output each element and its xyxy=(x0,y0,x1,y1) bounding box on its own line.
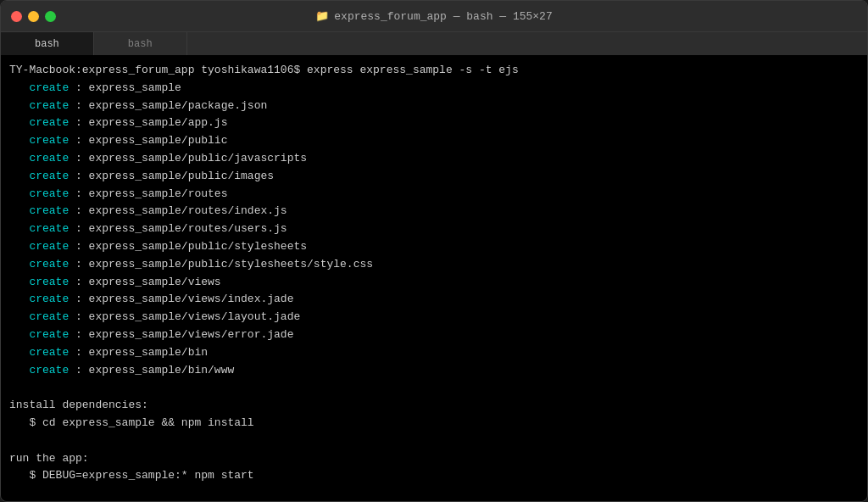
path-4: : express_sample/public/javascripts xyxy=(69,150,307,168)
traffic-lights xyxy=(1,11,56,22)
create-line-5: create : express_sample/public/images xyxy=(9,168,859,186)
title-text: express_forum_app — bash — 155×27 xyxy=(334,10,552,23)
create-line-9: create : express_sample/public/styleshee… xyxy=(9,238,859,256)
create-line-11: create : express_sample/views xyxy=(9,274,859,292)
path-15: : express_sample/bin xyxy=(69,344,208,362)
path-3: : express_sample/public xyxy=(69,132,227,150)
create-label-15: create xyxy=(9,344,69,362)
create-label-10: create xyxy=(9,256,69,274)
create-line-2: create : express_sample/app.js xyxy=(9,114,859,132)
create-line-10: create : express_sample/public/styleshee… xyxy=(9,256,859,274)
close-button[interactable] xyxy=(11,11,22,22)
create-line-7: create : express_sample/routes/index.js xyxy=(9,203,859,220)
create-line-12: create : express_sample/views/index.jade xyxy=(9,291,859,309)
path-13: : express_sample/views/layout.jade xyxy=(69,309,300,326)
create-label-14: create xyxy=(9,326,69,344)
initial-command-line: TY-Macbook:express_forum_app tyoshikawa1… xyxy=(9,62,859,80)
create-label-2: create xyxy=(9,114,69,132)
install-cmd: $ cd express_sample && npm install xyxy=(9,415,254,432)
create-line-6: create : express_sample/routes xyxy=(9,186,859,204)
initial-prompt: TY-Macbook:express_forum_app tyoshikawa1… xyxy=(9,62,519,80)
empty-line-1 xyxy=(9,379,859,397)
create-label-0: create xyxy=(9,80,69,98)
empty-line-3 xyxy=(9,485,859,501)
tab-bash-2[interactable]: bash xyxy=(94,32,187,55)
create-line-0: create : express_sample xyxy=(9,80,859,98)
create-line-14: create : express_sample/views/error.jade xyxy=(9,326,859,344)
path-2: : express_sample/app.js xyxy=(69,114,227,132)
maximize-button[interactable] xyxy=(45,11,56,22)
terminal-body[interactable]: TY-Macbook:express_forum_app tyoshikawa1… xyxy=(1,55,867,501)
create-label-9: create xyxy=(9,238,69,256)
folder-icon: 📁 xyxy=(315,9,329,23)
terminal-window: 📁 express_forum_app — bash — 155×27 bash… xyxy=(0,0,868,502)
install-deps-label: install dependencies: xyxy=(9,397,859,415)
create-line-1: create : express_sample/package.json xyxy=(9,98,859,115)
create-line-3: create : express_sample/public xyxy=(9,132,859,150)
create-label-3: create xyxy=(9,132,69,150)
run-text: run the app: xyxy=(9,450,89,468)
create-label-12: create xyxy=(9,291,69,309)
path-16: : express_sample/bin/www xyxy=(69,362,234,380)
path-0: : express_sample xyxy=(69,80,181,98)
path-12: : express_sample/views/index.jade xyxy=(69,291,293,309)
create-line-15: create : express_sample/bin xyxy=(9,344,859,362)
title-bar: 📁 express_forum_app — bash — 155×27 xyxy=(1,1,867,31)
create-label-13: create xyxy=(9,309,69,326)
create-label-7: create xyxy=(9,203,69,220)
tab-bash-1[interactable]: bash xyxy=(1,32,94,55)
run-app-label: run the app: xyxy=(9,450,859,468)
create-label-6: create xyxy=(9,186,69,204)
create-label-8: create xyxy=(9,220,69,238)
run-cmd-line: $ DEBUG=express_sample:* npm start xyxy=(9,467,859,485)
create-label-5: create xyxy=(9,168,69,186)
create-line-4: create : express_sample/public/javascrip… xyxy=(9,150,859,168)
create-label-4: create xyxy=(9,150,69,168)
path-6: : express_sample/routes xyxy=(69,186,227,204)
path-7: : express_sample/routes/index.js xyxy=(69,203,287,220)
empty-line-2 xyxy=(9,432,859,450)
path-8: : express_sample/routes/users.js xyxy=(69,220,287,238)
minimize-button[interactable] xyxy=(28,11,39,22)
create-label-11: create xyxy=(9,274,69,292)
run-cmd: $ DEBUG=express_sample:* npm start xyxy=(9,467,254,485)
path-14: : express_sample/views/error.jade xyxy=(69,326,293,344)
path-9: : express_sample/public/stylesheets xyxy=(69,238,307,256)
install-cmd-line: $ cd express_sample && npm install xyxy=(9,415,859,432)
tab-bar: bash bash xyxy=(1,31,867,55)
install-text: install dependencies: xyxy=(9,397,148,415)
create-line-8: create : express_sample/routes/users.js xyxy=(9,220,859,238)
create-line-13: create : express_sample/views/layout.jad… xyxy=(9,309,859,326)
path-11: : express_sample/views xyxy=(69,274,220,292)
path-1: : express_sample/package.json xyxy=(69,98,267,115)
path-10: : express_sample/public/stylesheets/styl… xyxy=(69,256,373,274)
path-5: : express_sample/public/images xyxy=(69,168,274,186)
window-title: 📁 express_forum_app — bash — 155×27 xyxy=(315,9,552,23)
create-line-16: create : express_sample/bin/www xyxy=(9,362,859,380)
create-label-16: create xyxy=(9,362,69,380)
create-label-1: create xyxy=(9,98,69,115)
